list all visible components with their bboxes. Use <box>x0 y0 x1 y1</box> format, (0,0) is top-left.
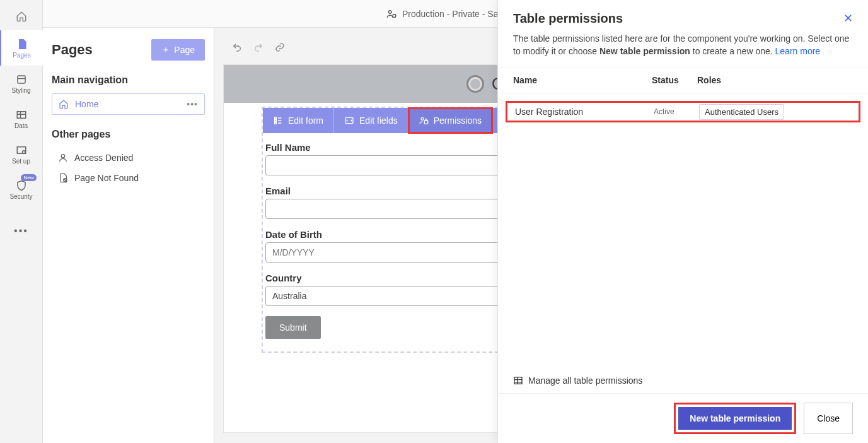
role-chip: Authenticated Users <box>699 104 784 120</box>
left-rail: Pages Styling Data Set up New Security •… <box>0 0 43 443</box>
svg-rect-8 <box>275 117 277 119</box>
data-icon <box>16 109 27 121</box>
company-logo <box>466 75 484 93</box>
rail-security[interactable]: New Security <box>0 172 43 207</box>
person-icon <box>58 153 68 163</box>
form-icon <box>273 115 283 126</box>
svg-rect-9 <box>275 120 277 122</box>
edit-form-button[interactable]: Edit form <box>263 108 334 133</box>
shield-icon <box>16 180 27 191</box>
setup-icon <box>16 145 27 156</box>
styling-icon <box>16 74 27 85</box>
svg-rect-2 <box>17 146 26 153</box>
permissions-button[interactable]: Permissions <box>408 108 492 133</box>
plus-icon: ＋ <box>161 44 170 56</box>
page-item-home[interactable]: Home ••• <box>52 93 205 115</box>
page-error-icon <box>58 173 68 183</box>
svg-point-6 <box>61 155 64 158</box>
link-icon <box>275 42 285 52</box>
col-name: Name <box>513 75 652 85</box>
rail-more[interactable]: ••• <box>0 213 43 249</box>
redo-icon <box>253 42 263 52</box>
fields-icon <box>344 115 354 126</box>
page-item-more[interactable]: ••• <box>187 99 198 109</box>
undo-button[interactable] <box>232 42 242 54</box>
link-button[interactable] <box>275 42 285 54</box>
svg-rect-0 <box>18 76 25 83</box>
house-icon <box>59 99 69 109</box>
rail-data[interactable]: Data <box>0 101 43 136</box>
close-button[interactable]: Close <box>804 403 853 434</box>
panel-title: Table permissions <box>513 11 623 26</box>
page-icon <box>16 38 28 50</box>
edit-fields-button[interactable]: Edit fields <box>334 108 408 133</box>
rail-pages[interactable]: Pages <box>0 30 43 66</box>
more-icon: ••• <box>15 225 28 237</box>
close-icon[interactable]: ✕ <box>843 11 853 25</box>
svg-rect-14 <box>514 377 522 384</box>
submit-button[interactable]: Submit <box>265 316 321 339</box>
col-roles: Roles <box>697 75 853 85</box>
permissions-table-header: Name Status Roles <box>498 67 868 93</box>
undo-icon <box>232 42 242 52</box>
people-lock-icon <box>386 8 397 20</box>
learn-more-link[interactable]: Learn more <box>775 46 821 56</box>
house-icon <box>16 11 27 22</box>
other-pages-title: Other pages <box>52 129 205 140</box>
page-item-not-found[interactable]: Page Not Found <box>52 168 205 188</box>
table-icon <box>513 375 523 386</box>
permission-row[interactable]: User Registration Active Authenticated U… <box>506 101 860 122</box>
redo-button[interactable] <box>253 42 263 54</box>
page-item-access-denied[interactable]: Access Denied <box>52 148 205 168</box>
svg-rect-5 <box>393 14 396 17</box>
home-button[interactable] <box>0 5 43 28</box>
svg-rect-13 <box>424 121 427 124</box>
new-page-button[interactable]: ＋ Page <box>151 39 205 61</box>
permissions-icon <box>419 115 429 126</box>
panel-actions: New table permission Close <box>498 393 868 443</box>
svg-point-4 <box>388 10 391 13</box>
svg-rect-10 <box>275 122 277 124</box>
pages-title: Pages <box>52 42 93 58</box>
col-status: Status <box>652 75 697 85</box>
new-table-permission-button[interactable]: New table permission <box>678 407 792 430</box>
rail-setup[interactable]: Set up <box>0 136 43 172</box>
panel-description: The table permissions listed here are fo… <box>498 30 868 67</box>
rail-styling[interactable]: Styling <box>0 66 43 101</box>
table-permissions-panel: Table permissions ✕ The table permission… <box>497 0 868 443</box>
main-nav-title: Main navigation <box>52 74 205 86</box>
pages-panel: Pages ＋ Page Main navigation Home ••• Ot… <box>43 28 214 443</box>
manage-all-link[interactable]: Manage all table permissions <box>498 375 868 393</box>
svg-point-12 <box>421 117 424 120</box>
svg-point-3 <box>22 150 25 153</box>
new-badge: New <box>21 174 36 181</box>
